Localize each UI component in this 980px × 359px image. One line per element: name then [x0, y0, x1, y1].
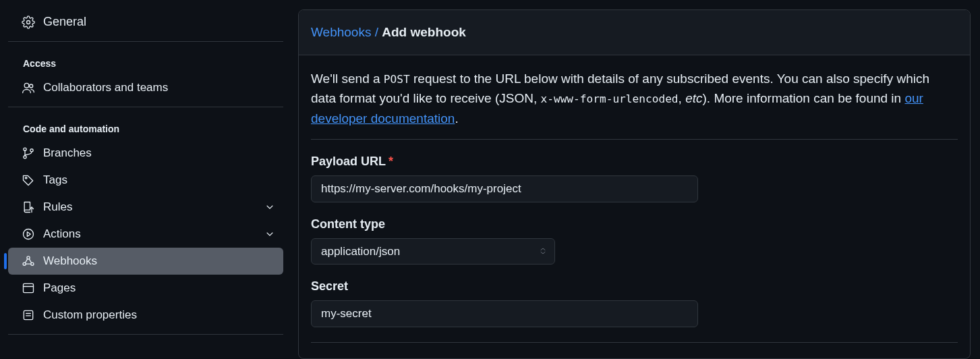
breadcrumb-separator: /	[371, 25, 382, 39]
breadcrumb-current: Add webhook	[382, 25, 466, 39]
sidebar-item-label: Webhooks	[43, 254, 275, 268]
sidebar-item-tags[interactable]: Tags	[8, 167, 283, 194]
sidebar-item-label: General	[43, 15, 275, 29]
sidebar-item-label: Custom properties	[43, 308, 275, 322]
sidebar-item-pages[interactable]: Pages	[8, 275, 283, 302]
svg-point-6	[25, 177, 27, 179]
post-code: POST	[384, 73, 410, 86]
sidebar-item-label: Collaborators and teams	[43, 81, 275, 94]
svg-rect-14	[24, 310, 32, 319]
svg-rect-12	[24, 283, 34, 292]
sidebar-item-label: Actions	[43, 227, 256, 241]
git-branch-icon	[22, 146, 35, 160]
sidebar-heading-code: Code and automation	[8, 113, 283, 140]
sidebar-item-label: Tags	[43, 173, 275, 187]
secret-input[interactable]	[311, 300, 698, 327]
payload-url-group: Payload URL*	[311, 155, 958, 202]
sidebar-item-rules[interactable]: Rules	[8, 194, 283, 221]
sidebar-item-custom-properties[interactable]: Custom properties	[8, 302, 283, 329]
breadcrumb-parent-link[interactable]: Webhooks	[311, 25, 371, 39]
sidebar-item-general[interactable]: General	[8, 8, 283, 36]
svg-marker-8	[27, 232, 30, 237]
svg-point-0	[27, 20, 30, 24]
content-type-select[interactable]: application/json	[311, 238, 555, 265]
secret-label: Secret	[311, 279, 958, 294]
sidebar-heading-access: Access	[8, 47, 283, 74]
intro-text: We'll send a POST request to the URL bel…	[311, 69, 958, 140]
sidebar-item-actions[interactable]: Actions	[8, 221, 283, 248]
breadcrumb: Webhooks / Add webhook	[299, 10, 970, 55]
form-divider	[311, 342, 958, 343]
sidebar-item-branches[interactable]: Branches	[8, 140, 283, 167]
payload-url-input[interactable]	[311, 175, 698, 202]
svg-point-1	[24, 83, 29, 88]
main-content: Webhooks / Add webhook We'll send a POST…	[291, 0, 980, 359]
sidebar-item-collaborators[interactable]: Collaborators and teams	[8, 74, 283, 101]
webhook-panel: Webhooks / Add webhook We'll send a POST…	[298, 9, 971, 359]
content-type-group: Content type application/json	[311, 217, 958, 265]
chevron-down-icon	[264, 202, 275, 213]
settings-sidebar: General Access Collaborators and teams C…	[0, 0, 291, 359]
sidebar-item-label: Branches	[43, 146, 275, 160]
tag-icon	[22, 173, 35, 187]
chevron-down-icon	[264, 229, 275, 240]
encoding-code: x-www-form-urlencoded	[541, 92, 679, 105]
play-circle-icon	[22, 227, 35, 241]
secret-group: Secret	[311, 279, 958, 327]
browser-icon	[22, 281, 35, 295]
svg-point-2	[30, 84, 33, 88]
repo-push-icon	[22, 200, 35, 214]
people-icon	[22, 81, 35, 94]
content-type-label: Content type	[311, 217, 958, 231]
payload-url-label: Payload URL*	[311, 155, 958, 169]
sidebar-item-label: Rules	[43, 200, 256, 214]
svg-point-7	[24, 229, 34, 240]
required-asterisk: *	[388, 155, 393, 168]
gear-icon	[22, 16, 35, 29]
note-icon	[22, 308, 35, 322]
sidebar-item-webhooks[interactable]: Webhooks	[8, 248, 283, 275]
sidebar-item-label: Pages	[43, 281, 275, 295]
webhook-icon	[22, 254, 35, 268]
